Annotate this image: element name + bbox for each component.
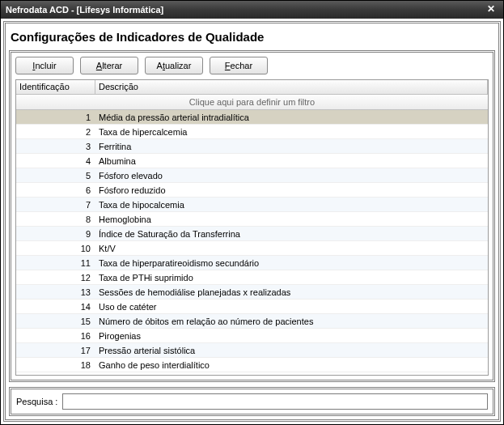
table-row[interactable]: 8Hemoglobina	[16, 212, 488, 227]
cell-desc: Fósforo elevado	[95, 171, 488, 181]
cell-desc: Fósforo reduzido	[95, 185, 488, 195]
cell-id: 4	[16, 156, 95, 166]
cell-id: 9	[16, 229, 95, 239]
atualizar-button[interactable]: Atualizar	[145, 57, 203, 74]
cell-desc: Taxa de hipocalcemia	[95, 200, 488, 210]
cell-id: 13	[16, 287, 95, 297]
table-row[interactable]: 9Índice de Saturação da Transferrina	[16, 227, 488, 241]
search-label: Pesquisa :	[16, 397, 57, 406]
cell-id: 12	[16, 273, 95, 283]
cell-id: 8	[16, 215, 95, 224]
app-window: Nefrodata ACD - [Lifesys Informática] ✕ …	[0, 0, 504, 425]
cell-desc: Sessões de hemodiálise planejadas x real…	[95, 287, 488, 297]
table-row[interactable]: 17Pressão arterial sistólica	[16, 343, 488, 358]
table-row[interactable]: 18Ganho de peso interdialítico	[16, 358, 488, 372]
alterar-label-rest: lterar	[102, 61, 122, 70]
grid-body[interactable]: 1Média da pressão arterial intradialític…	[16, 110, 488, 375]
table-row[interactable]: 11Taxa de hiperparatireoidismo secundári…	[16, 256, 488, 270]
alterar-button[interactable]: Alterar	[80, 57, 138, 74]
table-row[interactable]: 16Pirogenias	[16, 329, 488, 343]
cell-desc: Pressão arterial sistólica	[95, 346, 488, 355]
cell-id: 18	[16, 360, 95, 370]
cell-desc: Pirogenias	[95, 331, 488, 341]
fechar-label-rest: echar	[231, 61, 253, 70]
cell-desc: Média da pressão arterial intradialítica	[95, 113, 488, 122]
grid-filter-row[interactable]: Clique aqui para definir um filtro	[16, 95, 488, 110]
close-icon[interactable]: ✕	[484, 3, 498, 16]
cell-desc: Kt/V	[95, 244, 488, 253]
table-row[interactable]: 15Número de óbitos em relação ao número …	[16, 314, 488, 329]
window-title: Nefrodata ACD - [Lifesys Informática]	[6, 5, 484, 15]
cell-id: 2	[16, 127, 95, 137]
content-frame: Incluir Alterar Atualizar Fechar Identif…	[9, 50, 495, 382]
incluir-button[interactable]: Incluir	[15, 57, 74, 74]
cell-id: 1	[16, 113, 95, 122]
cell-desc: Taxa de hipercalcemia	[95, 127, 488, 137]
titlebar: Nefrodata ACD - [Lifesys Informática] ✕	[1, 1, 503, 19]
atualizar-label-rest: ualizar	[165, 61, 191, 70]
table-row[interactable]: 14Uso de catéter	[16, 300, 488, 314]
table-row[interactable]: 10Kt/V	[16, 241, 488, 256]
cell-id: 14	[16, 302, 95, 312]
cell-desc: Taxa de PTHi suprimido	[95, 273, 488, 283]
toolbar: Incluir Alterar Atualizar Fechar	[15, 57, 489, 74]
table-row[interactable]: 3Ferritina	[16, 139, 488, 154]
fechar-button[interactable]: Fechar	[210, 57, 268, 74]
client-area: Configurações de Indicadores de Qualidad…	[1, 19, 503, 424]
cell-id: 6	[16, 185, 95, 195]
cell-desc: Índice de Saturação da Transferrina	[95, 229, 488, 239]
search-input[interactable]	[62, 393, 488, 410]
cell-desc: Uso de catéter	[95, 302, 488, 312]
table-row[interactable]: 4Albumina	[16, 154, 488, 168]
cell-id: 3	[16, 142, 95, 151]
table-row[interactable]: 7Taxa de hipocalcemia	[16, 198, 488, 212]
search-panel: Pesquisa :	[9, 387, 495, 416]
cell-id: 11	[16, 258, 95, 268]
incluir-label-rest: ncluir	[35, 61, 56, 70]
cell-id: 10	[16, 244, 95, 253]
data-grid: Identificação Descrição Clique aqui para…	[15, 79, 489, 376]
column-header-id[interactable]: Identificação	[16, 80, 95, 94]
cell-desc: Número de óbitos em relação ao número de…	[95, 317, 488, 326]
cell-id: 5	[16, 171, 95, 181]
table-row[interactable]: 2Taxa de hipercalcemia	[16, 125, 488, 139]
cell-desc: Taxa de hiperparatireoidismo secundário	[95, 258, 488, 268]
cell-id: 7	[16, 200, 95, 210]
page-title: Configurações de Indicadores de Qualidad…	[9, 27, 495, 50]
table-row[interactable]: 6Fósforo reduzido	[16, 183, 488, 198]
cell-desc: Ganho de peso interdialítico	[95, 360, 488, 370]
cell-id: 17	[16, 346, 95, 355]
outer-frame: Configurações de Indicadores de Qualidad…	[3, 21, 501, 422]
column-header-desc[interactable]: Descrição	[95, 80, 488, 94]
table-row[interactable]: 5Fósforo elevado	[16, 168, 488, 183]
cell-desc: Hemoglobina	[95, 215, 488, 224]
cell-desc: Albumina	[95, 156, 488, 166]
cell-desc: Ferritina	[95, 142, 488, 151]
cell-id: 15	[16, 317, 95, 326]
cell-id: 16	[16, 331, 95, 341]
table-row[interactable]: 12Taxa de PTHi suprimido	[16, 270, 488, 285]
table-row[interactable]: 1Média da pressão arterial intradialític…	[16, 110, 488, 125]
grid-header: Identificação Descrição	[16, 80, 488, 95]
table-row[interactable]: 13Sessões de hemodiálise planejadas x re…	[16, 285, 488, 300]
